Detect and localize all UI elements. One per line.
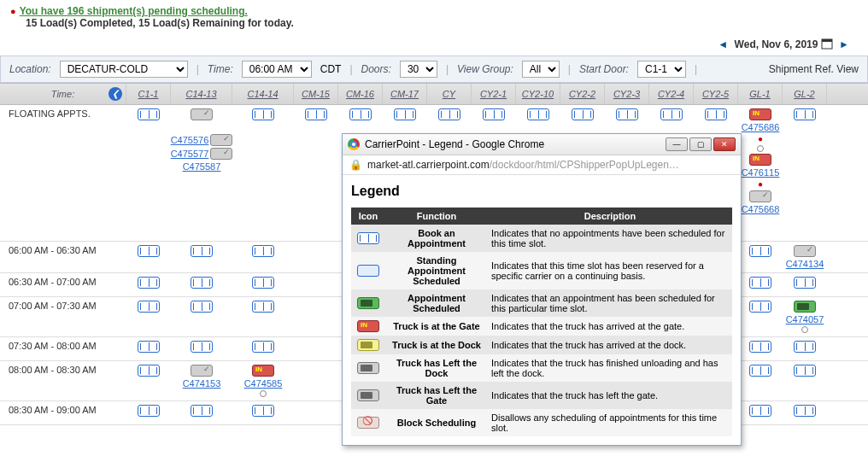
shipment-link[interactable]: C475587 bbox=[183, 161, 221, 172]
door-header[interactable]: CY2-4 bbox=[649, 84, 694, 104]
calendar-icon[interactable] bbox=[821, 38, 833, 52]
door-header[interactable]: C14-13 bbox=[171, 84, 232, 104]
shipment-link[interactable]: C475686 bbox=[742, 122, 780, 132]
popup-titlebar[interactable]: CarrierPoint - Legend - Google Chrome — … bbox=[343, 134, 741, 155]
close-button[interactable]: ✕ bbox=[713, 137, 736, 151]
door-header[interactable]: CY2-2 bbox=[560, 84, 605, 104]
book-icon[interactable] bbox=[252, 301, 274, 313]
door-header[interactable]: CM-15 bbox=[294, 84, 338, 104]
book-icon[interactable] bbox=[794, 108, 816, 120]
book-icon[interactable] bbox=[191, 341, 213, 353]
book-icon[interactable] bbox=[252, 405, 274, 417]
shipment-link[interactable]: C474153 bbox=[183, 378, 221, 389]
book-icon[interactable] bbox=[394, 108, 416, 120]
book-icon[interactable] bbox=[794, 365, 816, 377]
door-header[interactable]: CY2-1 bbox=[472, 84, 516, 104]
door-header[interactable]: CM-17 bbox=[383, 84, 427, 104]
viewgroup-select[interactable]: All bbox=[522, 61, 560, 78]
filter-bar: Location: DECATUR-COLD | Time: 06:00 AM … bbox=[0, 56, 868, 83]
book-icon[interactable] bbox=[305, 108, 327, 120]
book-icon[interactable] bbox=[572, 108, 594, 120]
book-icon[interactable] bbox=[749, 245, 771, 257]
location-select[interactable]: DECATUR-COLD bbox=[60, 61, 188, 78]
gray-check-icon[interactable] bbox=[210, 134, 232, 146]
doors-select[interactable]: 30 bbox=[400, 61, 437, 78]
legend-function: Block Scheduling bbox=[385, 409, 488, 436]
legend-description: Indicates that the truck has finished un… bbox=[488, 354, 732, 382]
shipment-link[interactable]: C475577 bbox=[171, 149, 209, 159]
radio-icon[interactable] bbox=[260, 390, 267, 397]
door-header[interactable]: GL-2 bbox=[783, 84, 827, 104]
door-header[interactable]: CY2-5 bbox=[694, 84, 738, 104]
book-icon[interactable] bbox=[138, 341, 160, 353]
door-header[interactable]: GL-1 bbox=[738, 84, 783, 104]
popup-address-bar[interactable]: 🔒 market-atl.carrierpoint.com/dockdoor/h… bbox=[343, 155, 741, 175]
book-icon[interactable] bbox=[794, 341, 816, 353]
book-icon[interactable] bbox=[252, 341, 274, 353]
next-day-arrow[interactable]: ► bbox=[839, 38, 849, 50]
door-header[interactable]: C14-14 bbox=[232, 84, 294, 104]
book-icon[interactable] bbox=[138, 108, 160, 120]
door-header[interactable]: C1-1 bbox=[126, 84, 171, 104]
book-icon[interactable] bbox=[138, 405, 160, 417]
book-icon[interactable] bbox=[191, 405, 213, 417]
legend-function: Standing Appointment Scheduled bbox=[385, 252, 488, 289]
shipment-link[interactable]: C475576 bbox=[171, 135, 209, 145]
book-icon[interactable] bbox=[794, 405, 816, 417]
book-icon[interactable] bbox=[138, 245, 160, 257]
prev-day-arrow[interactable]: ◄ bbox=[718, 38, 728, 50]
book-icon[interactable] bbox=[252, 108, 274, 120]
book-icon[interactable] bbox=[138, 277, 160, 289]
book-icon[interactable] bbox=[705, 108, 727, 120]
door-header[interactable]: CY bbox=[427, 84, 472, 104]
book-icon[interactable] bbox=[749, 405, 771, 417]
book-icon[interactable] bbox=[191, 245, 213, 257]
book-icon[interactable] bbox=[191, 277, 213, 289]
book-icon[interactable] bbox=[749, 301, 771, 313]
door-header[interactable]: CM-16 bbox=[338, 84, 383, 104]
shipment-ref-view[interactable]: Shipment Ref. View bbox=[769, 63, 859, 75]
maximize-button[interactable]: ▢ bbox=[689, 137, 712, 151]
book-icon[interactable] bbox=[527, 108, 549, 120]
startdoor-label: Start Door: bbox=[579, 63, 629, 75]
startdoor-select[interactable]: C1-1 bbox=[637, 61, 686, 78]
book-icon[interactable] bbox=[749, 341, 771, 353]
book-icon[interactable] bbox=[252, 277, 274, 289]
truck-gate-icon[interactable] bbox=[749, 108, 771, 120]
shipment-link[interactable]: C474134 bbox=[786, 259, 824, 269]
minimize-button[interactable]: — bbox=[666, 137, 688, 151]
book-icon[interactable] bbox=[794, 277, 816, 289]
truck-scheduled-icon[interactable] bbox=[794, 301, 816, 313]
time-select[interactable]: 06:00 AM bbox=[242, 61, 312, 78]
book-icon[interactable] bbox=[483, 108, 505, 120]
legend-description: Indicates that the truck has arrived at … bbox=[488, 317, 732, 336]
radio-icon[interactable] bbox=[757, 145, 764, 152]
gray-check-icon[interactable] bbox=[794, 245, 816, 257]
door-header[interactable]: CY2-10 bbox=[516, 84, 560, 104]
radio-icon[interactable] bbox=[801, 326, 808, 333]
book-icon[interactable] bbox=[191, 301, 213, 313]
truck-gate-icon[interactable] bbox=[749, 154, 771, 166]
book-icon[interactable] bbox=[616, 108, 638, 120]
book-icon[interactable] bbox=[349, 108, 372, 120]
shipment-link[interactable]: C476115 bbox=[742, 167, 780, 178]
door-header[interactable]: CY2-3 bbox=[605, 84, 649, 104]
pending-scheduling-link[interactable]: You have 196 shipment(s) pending schedul… bbox=[20, 5, 248, 17]
legend-function: Truck has Left the Dock bbox=[385, 354, 488, 382]
truck-gate-icon[interactable] bbox=[252, 365, 274, 377]
gray-check-icon[interactable] bbox=[191, 365, 213, 377]
book-icon[interactable] bbox=[749, 277, 771, 289]
gray-check-icon[interactable] bbox=[210, 148, 232, 160]
book-icon[interactable] bbox=[138, 301, 160, 313]
gray-check-icon[interactable] bbox=[191, 108, 213, 120]
gray-check-icon[interactable] bbox=[749, 190, 771, 202]
book-icon[interactable] bbox=[138, 365, 160, 377]
book-icon[interactable] bbox=[438, 108, 460, 120]
book-icon[interactable] bbox=[660, 108, 683, 120]
shipment-link[interactable]: C474585 bbox=[244, 378, 283, 389]
shipment-link[interactable]: C475668 bbox=[742, 204, 780, 214]
scroll-left-button[interactable]: ❮ bbox=[108, 87, 122, 101]
book-icon[interactable] bbox=[252, 245, 274, 257]
book-icon[interactable] bbox=[749, 365, 771, 377]
shipment-link[interactable]: C474057 bbox=[786, 314, 824, 324]
